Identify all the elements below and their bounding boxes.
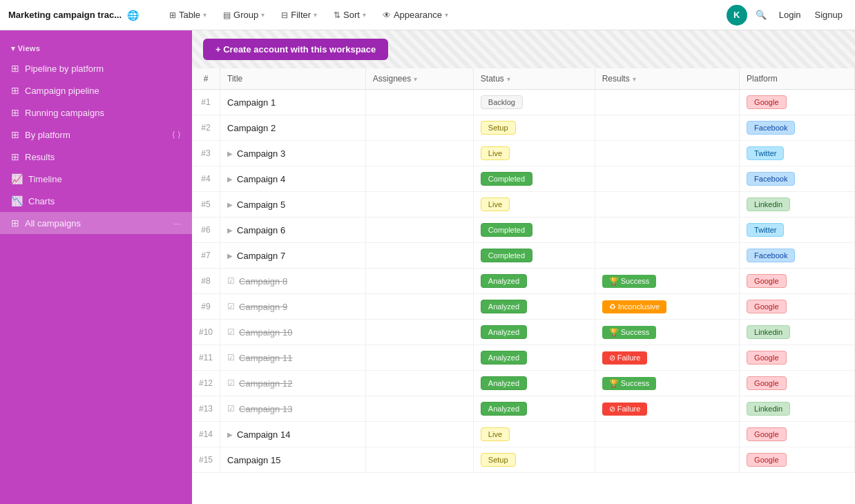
row-platform-11: Google [740,371,855,396]
sidebar-item-running-campaigns[interactable]: ⊞Running campaigns [0,101,192,124]
signup-link[interactable]: Signup [811,7,847,23]
sidebar-icon-timeline: 📈 [11,173,23,184]
row-title-13[interactable]: ▶Campaign 14 [220,422,366,447]
row-title-8[interactable]: ☑Campaign 9 [220,294,366,320]
table-button[interactable]: ⊞ Table ▾ [164,7,212,23]
filter-chevron-icon: ▾ [314,11,317,19]
row-num-13: #14 [192,422,220,447]
row-title-0[interactable]: Campaign 1 [220,90,366,115]
row-platform-4: Linkedin [740,192,855,217]
check-icon-9[interactable]: ☑ [227,327,235,337]
expand-icon-4[interactable]: ▶ [227,201,233,209]
sort-button[interactable]: ⇅ Sort ▾ [328,7,372,23]
row-result-10: ⊘ Failure [595,345,739,371]
expand-icon-5[interactable]: ▶ [227,226,233,234]
sort-arrow-results: ▾ [633,75,636,83]
expand-icon-6[interactable]: ▶ [227,252,233,260]
result-badge-7: 🏆 Success [602,275,657,288]
login-link[interactable]: Login [775,7,805,23]
sidebar-item-pipeline-by-platform[interactable]: ⊞Pipeline by platform [0,57,192,79]
sidebar-item-all-campaigns[interactable]: ⊞All campaigns··· [0,212,192,234]
sort-arrow-status: ▾ [507,75,510,83]
row-title-14[interactable]: Campaign 15 [220,447,366,473]
status-badge-9: Analyzed [481,325,527,339]
status-badge-2: Live [481,146,510,160]
row-assignees-6 [365,243,473,269]
check-icon-11[interactable]: ☑ [227,378,235,388]
row-title-4[interactable]: ▶Campaign 5 [220,192,366,217]
status-badge-8: Analyzed [481,300,527,313]
result-badge-9: 🏆 Success [602,326,657,339]
avatar[interactable]: K [727,5,747,26]
row-title-12[interactable]: ☑Campaign 13 [220,396,366,422]
row-platform-12: Linkedin [740,396,855,422]
appearance-button[interactable]: 👁 Appearance ▾ [377,7,454,23]
create-account-button[interactable]: + Create account with this workspace [203,39,388,60]
platform-badge-7: Google [747,274,786,288]
check-icon-10[interactable]: ☑ [227,353,235,362]
sort-label: Sort [343,10,360,20]
row-result-11: 🏆 Success [595,371,739,396]
title-text-12: Campaign 13 [239,404,292,414]
group-button[interactable]: ▤ Group ▾ [218,7,270,23]
row-num-8: #9 [192,294,220,320]
campaigns-table: #TitleAssignees▾Status▾Results▾Platform … [192,68,855,473]
platform-badge-10: Google [747,351,786,365]
col-label-status: Status [481,74,504,84]
col-header-status[interactable]: Status▾ [473,68,595,90]
status-badge-12: Analyzed [481,402,527,416]
table-row: #10☑Campaign 10Analyzed🏆 SuccessLinkedin [192,320,855,345]
col-label-assignees: Assignees [373,74,411,84]
col-header-platform: Platform [740,68,855,90]
check-icon-7[interactable]: ☑ [227,276,235,286]
sidebar-icon-charts: 📉 [11,195,23,206]
sidebar-label-pipeline-by-platform: Pipeline by platform [25,64,181,74]
row-title-11[interactable]: ☑Campaign 12 [220,371,366,396]
sidebar-item-by-platform[interactable]: ⊞By platform⟨ ⟩ [0,124,192,146]
row-result-0 [595,90,739,115]
row-title-6[interactable]: ▶Campaign 7 [220,243,366,269]
sidebar: ▾ Views ⊞Pipeline by platform⊞Campaign p… [0,30,192,504]
row-num-4: #5 [192,192,220,217]
sidebar-item-results[interactable]: ⊞Results [0,146,192,168]
appearance-icon: 👁 [383,10,391,20]
title-text-7: Campaign 8 [239,276,287,287]
sidebar-item-charts[interactable]: 📉Charts [0,190,192,212]
row-result-12: ⊘ Failure [595,396,739,422]
expand-icon-2[interactable]: ▶ [227,150,233,157]
row-title-3[interactable]: ▶Campaign 4 [220,166,366,192]
sidebar-icon-results: ⊞ [11,151,19,162]
row-title-7[interactable]: ☑Campaign 8 [220,269,366,294]
row-platform-14: Google [740,447,855,473]
row-assignees-11 [365,371,473,396]
col-header-num: # [192,68,220,90]
row-num-0: #1 [192,90,220,115]
title-text-11: Campaign 12 [239,378,292,389]
row-title-10[interactable]: ☑Campaign 11 [220,345,366,371]
sidebar-label-timeline: Timeline [28,174,181,184]
sidebar-item-timeline[interactable]: 📈Timeline [0,168,192,190]
title-text-0: Campaign 1 [227,97,276,108]
check-icon-8[interactable]: ☑ [227,302,235,311]
expand-icon-3[interactable]: ▶ [227,175,233,183]
expand-icon-13[interactable]: ▶ [227,431,233,438]
col-label-results: Results [602,74,630,84]
col-header-assignees[interactable]: Assignees▾ [365,68,473,90]
row-status-3: Completed [473,166,595,192]
table-row: #7▶Campaign 7CompletedFacebook [192,243,855,269]
check-icon-12[interactable]: ☑ [227,404,235,414]
row-title-5[interactable]: ▶Campaign 6 [220,217,366,243]
search-icon[interactable]: 🔍 [753,7,769,23]
more-icon-all-campaigns[interactable]: ··· [173,218,181,229]
sidebar-item-campaign-pipeline[interactable]: ⊞Campaign pipeline [0,79,192,101]
row-assignees-8 [365,294,473,320]
col-header-title: Title [220,68,366,90]
row-title-1[interactable]: Campaign 2 [220,115,366,141]
title-text-4: Campaign 5 [237,200,285,210]
row-title-9[interactable]: ☑Campaign 10 [220,320,366,345]
col-header-results[interactable]: Results▾ [595,68,739,90]
filter-button[interactable]: ⊟ Filter ▾ [276,7,323,23]
table-row: #1Campaign 1BacklogGoogle [192,90,855,115]
sidebar-label-charts: Charts [28,196,181,206]
row-title-2[interactable]: ▶Campaign 3 [220,141,366,166]
